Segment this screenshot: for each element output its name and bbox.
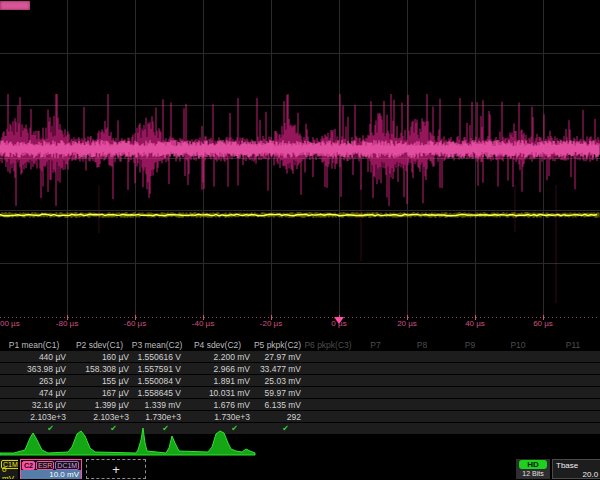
plus-icon: + (112, 462, 120, 477)
measurement-header-unused[interactable]: P8 (398, 340, 446, 350)
measurement-header-unused[interactable]: P9 (446, 340, 494, 350)
measurement-value: 1.557591 V (131, 364, 183, 374)
table-row: 263 µV155 µV1.550084 V1.891 mV25.03 mV (0, 375, 600, 386)
measurement-value: 32.16 µV (0, 400, 68, 410)
measurement-value: 33.477 mV (252, 364, 303, 374)
time-axis-label: -20 µs (260, 319, 282, 328)
time-axis-labels: 00 µs-80 µs-60 µs-40 µs-20 µs0 µs20 µs40… (0, 319, 600, 330)
measurement-value: 59.97 mV (252, 388, 303, 398)
measurement-header[interactable]: P4 sdev(C2) (183, 340, 252, 350)
table-row: 32.16 µV1.399 µV1.339 mV1.676 mV6.135 mV (0, 399, 600, 410)
measurement-header-unused[interactable]: P6 pkpk(C3) (303, 340, 353, 350)
measurement-value: 27.97 mV (252, 352, 303, 362)
measurement-value: 474 µV (0, 388, 68, 398)
oscilloscope-screen: 00 µs-80 µs-60 µs-40 µs-20 µs0 µs20 µs40… (0, 0, 600, 480)
trend-trace-display (0, 418, 600, 458)
c1-volt-div: 0 mV (0, 469, 18, 478)
timebase-value: 20.0 µs (553, 470, 600, 479)
measurement-value: 25.03 mV (252, 376, 303, 386)
c2-esr-tag: ESR (36, 461, 54, 470)
trend-trace (0, 428, 255, 455)
measurement-value: 158.308 µV (68, 364, 131, 374)
c2-volt-div: 10.0 mV (21, 470, 81, 479)
hd-mode-indicator[interactable]: HD 12 Bits (516, 459, 550, 479)
c2-trace-deep-spikes (99, 185, 556, 303)
time-axis-label: 0 µs (331, 319, 346, 328)
measurement-header[interactable]: P3 mean(C2) (131, 340, 183, 350)
measurement-header[interactable]: P1 mean(C1) (0, 340, 68, 350)
time-axis-label: 20 µs (397, 319, 417, 328)
measurement-value: 1.891 mV (183, 376, 252, 386)
time-axis-label: 60 µs (533, 319, 553, 328)
measurement-value: 363.98 µV (0, 364, 68, 374)
descriptor-bar: C1M 0 mV C2 ESR DC1M 10.0 mV + HD 12 Bit… (0, 458, 600, 480)
measurement-value: 1.399 µV (68, 400, 131, 410)
measurement-value: 167 µV (68, 388, 131, 398)
measurement-value: 440 µV (0, 352, 68, 362)
time-axis-label: -80 µs (56, 319, 78, 328)
measurement-value: 2.200 mV (183, 352, 252, 362)
add-trace-button[interactable]: + (86, 459, 146, 479)
c1-descriptor-box[interactable]: C1M 0 mV (0, 459, 18, 479)
c2-channel-tag: C2 (22, 461, 35, 470)
c2-descriptor-box[interactable]: C2 ESR DC1M 10.0 mV (20, 459, 82, 479)
measurement-header-unused[interactable]: P7 (353, 340, 398, 350)
measurement-header-unused[interactable]: P11 (542, 340, 600, 350)
measurement-header[interactable]: P2 sdev(C1) (68, 340, 131, 350)
hd-badge: HD (519, 460, 547, 469)
table-row: 363.98 µV158.308 µV1.557591 V2.966 mV33.… (0, 363, 600, 374)
table-row: P1 mean(C1)P2 sdev(C1)P3 mean(C2)P4 sdev… (0, 339, 600, 350)
measurement-value: 155 µV (68, 376, 131, 386)
time-axis-label: -60 µs (124, 319, 146, 328)
measurement-value: 1.550084 V (131, 376, 183, 386)
timebase-descriptor-box[interactable]: Tbase 20.0 µs (552, 459, 600, 479)
measurement-value: 2.966 mV (183, 364, 252, 374)
time-axis-label: 40 µs (465, 319, 485, 328)
hd-bits-label: 12 Bits (516, 469, 550, 478)
measurement-value: 6.135 mV (252, 400, 303, 410)
timebase-label: Tbase (553, 460, 600, 470)
measurement-value: 1.550616 V (131, 352, 183, 362)
measurement-value: 160 µV (68, 352, 131, 362)
measurement-value: 1.339 mV (131, 400, 183, 410)
time-axis-label: -40 µs (192, 319, 214, 328)
measurement-value: 263 µV (0, 376, 68, 386)
table-row: 474 µV167 µV1.558645 V10.031 mV59.97 mV (0, 387, 600, 398)
c2-coupling-tag: DC1M (55, 461, 79, 470)
measurement-value: 1.676 mV (183, 400, 252, 410)
measurement-value: 10.031 mV (183, 388, 252, 398)
table-row: 440 µV160 µV1.550616 V2.200 mV27.97 mV (0, 351, 600, 362)
time-axis-label: 00 µs (0, 319, 20, 328)
measurement-header[interactable]: P5 pkpk(C2) (252, 340, 303, 350)
c2-corner-badge (0, 1, 30, 10)
measurement-header-unused[interactable]: P10 (494, 340, 542, 350)
measurement-value: 1.558645 V (131, 388, 183, 398)
waveform-display[interactable] (0, 0, 600, 332)
